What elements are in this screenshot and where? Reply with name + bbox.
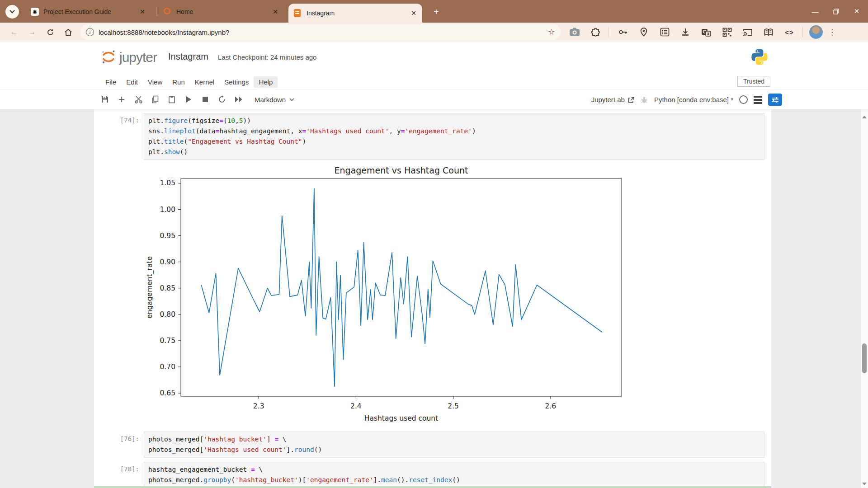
tab-title: Home <box>176 8 268 15</box>
menu-view[interactable]: View <box>143 76 167 88</box>
code-cell-76[interactable]: photos_merged['hashtag_bucket'] = \photo… <box>144 432 764 458</box>
svg-text:2.5: 2.5 <box>448 402 459 410</box>
chevron-down-icon <box>9 10 15 14</box>
svg-text:1.05: 1.05 <box>160 179 175 187</box>
code-cell-74[interactable]: plt.figure(figsize=(10,5))sns.lineplot(d… <box>144 113 764 160</box>
bookmark-star-icon[interactable]: ☆ <box>548 27 555 37</box>
tab-search-button[interactable] <box>5 5 19 19</box>
insert-cell-icon[interactable]: + <box>115 93 128 106</box>
camera-icon[interactable] <box>568 25 581 39</box>
menu-dots-icon[interactable]: ⋮ <box>828 28 836 37</box>
tab-close-icon[interactable]: ✕ <box>271 8 279 16</box>
notebook-toolbar: + Markdown <box>0 90 868 109</box>
chevron-down-icon <box>289 98 294 101</box>
jupyter-logo[interactable]: jupyter <box>100 49 157 65</box>
address-bar[interactable]: i localhost:8888/notebooks/Instagram.ipy… <box>80 24 561 40</box>
extensions-puzzle-icon[interactable] <box>589 25 602 39</box>
jupyterlab-link[interactable]: JupyterLab <box>591 96 634 103</box>
back-icon[interactable]: ← <box>6 24 22 40</box>
menu-run[interactable]: Run <box>167 76 190 88</box>
jupyter-ring-icon <box>164 8 172 16</box>
cut-icon[interactable] <box>132 93 145 106</box>
profile-divider <box>802 27 803 37</box>
svg-text:0.70: 0.70 <box>160 363 175 371</box>
translate-icon[interactable]: G <box>699 25 713 39</box>
tab-instagram-active[interactable]: Instagram ✕ <box>288 4 422 23</box>
notebook-scrollbar[interactable] <box>860 109 868 488</box>
openai-logo-icon: ✺ <box>31 8 39 16</box>
tab-close-icon[interactable]: ✕ <box>138 8 146 16</box>
paste-icon[interactable] <box>165 93 178 106</box>
tab-separator <box>156 7 156 16</box>
notebook-title[interactable]: Instagram <box>168 52 208 62</box>
toolbar-divider <box>609 27 609 37</box>
notifications-menu-icon[interactable] <box>754 96 762 104</box>
jupyter-planet-icon <box>100 49 117 65</box>
cell-prompt: [78]: <box>98 465 139 473</box>
tab-close-icon[interactable]: ✕ <box>410 9 418 17</box>
browser-toolbar: ← → i localhost:8888/notebooks/Instagram… <box>0 23 868 42</box>
browser-window: ✺ Project Execution Guide ✕ Home ✕ Insta… <box>0 0 868 488</box>
new-tab-button[interactable]: + <box>430 6 442 18</box>
restore-icon <box>833 9 839 14</box>
run-icon[interactable] <box>182 93 195 106</box>
reading-list-icon[interactable] <box>762 25 775 39</box>
checkpoint-status: Last Checkpoint: 24 minutes ago <box>218 53 316 61</box>
forward-icon[interactable]: → <box>24 24 40 40</box>
code-cell-78[interactable]: hashtag_engagement_bucket = \photos_merg… <box>144 462 764 488</box>
menu-bar: File Edit View Run Kernel Settings Help … <box>0 75 868 89</box>
location-pin-icon[interactable] <box>637 25 651 39</box>
cell-type-dropdown[interactable]: Markdown <box>255 96 294 103</box>
reload-icon[interactable] <box>42 24 58 40</box>
copy-icon[interactable] <box>149 93 161 106</box>
scroll-down-icon[interactable] <box>862 483 867 485</box>
sliders-icon <box>771 97 779 103</box>
cast-icon[interactable] <box>741 25 755 39</box>
notes-list-icon[interactable] <box>658 25 671 39</box>
url-text[interactable]: localhost:8888/notebooks/Instagram.ipynb… <box>99 28 548 36</box>
jupyter-header: jupyter Instagram Last Checkpoint: 24 mi… <box>0 42 868 75</box>
window-minimize-button[interactable]: — <box>805 0 826 23</box>
tab-project-execution-guide[interactable]: ✺ Project Execution Guide ✕ <box>25 4 151 20</box>
menu-kernel[interactable]: Kernel <box>190 76 219 88</box>
restart-icon[interactable] <box>216 93 228 106</box>
stop-icon[interactable] <box>199 93 212 106</box>
tab-home[interactable]: Home ✕ <box>158 4 284 20</box>
svg-text:Engagement vs Hashtag Count: Engagement vs Hashtag Count <box>335 165 468 175</box>
svg-text:engagement_rate: engagement_rate <box>146 256 154 319</box>
profile-avatar[interactable] <box>809 25 823 39</box>
tab-title: Project Execution Guide <box>43 8 135 15</box>
next-cell-edge <box>94 486 771 488</box>
kernel-status-icon <box>739 95 748 104</box>
window-close-button[interactable]: ✕ <box>846 0 867 23</box>
svg-text:Hashtags used count: Hashtags used count <box>364 414 438 422</box>
jupyter-logo-text: jupyter <box>119 50 157 65</box>
panel-toggle-button[interactable] <box>768 94 782 106</box>
home-icon[interactable] <box>61 24 76 40</box>
menu-help[interactable]: Help <box>254 76 278 88</box>
menu-settings[interactable]: Settings <box>219 76 254 88</box>
menu-edit[interactable]: Edit <box>121 76 143 88</box>
debugger-bug-icon[interactable] <box>640 96 648 104</box>
menu-file[interactable]: File <box>100 76 121 88</box>
trusted-button[interactable]: Trusted <box>737 76 770 87</box>
save-icon[interactable] <box>99 93 111 106</box>
svg-text:1.00: 1.00 <box>160 206 175 214</box>
external-link-icon <box>628 97 634 103</box>
password-key-icon[interactable] <box>616 25 630 39</box>
svg-text:2.4: 2.4 <box>350 402 362 410</box>
scrollbar-thumb[interactable] <box>862 343 867 373</box>
download-icon[interactable] <box>679 25 692 39</box>
page-info-icon[interactable]: i <box>86 28 94 36</box>
qr-code-icon[interactable] <box>720 25 734 39</box>
notebook-file-icon <box>294 9 302 17</box>
svg-text:0.95: 0.95 <box>160 232 175 240</box>
run-all-icon[interactable] <box>232 93 245 106</box>
scroll-up-icon[interactable] <box>862 116 867 118</box>
tab-title: Instagram <box>307 9 406 17</box>
tab-bar: ✺ Project Execution Guide ✕ Home ✕ Insta… <box>0 0 868 23</box>
code-icon[interactable]: <> <box>783 25 796 39</box>
notebook-scroll-area: [74]: plt.figure(figsize=(10,5))sns.line… <box>0 109 868 488</box>
kernel-name[interactable]: Python [conda env:base] * <box>654 96 733 103</box>
window-restore-button[interactable] <box>826 0 846 23</box>
